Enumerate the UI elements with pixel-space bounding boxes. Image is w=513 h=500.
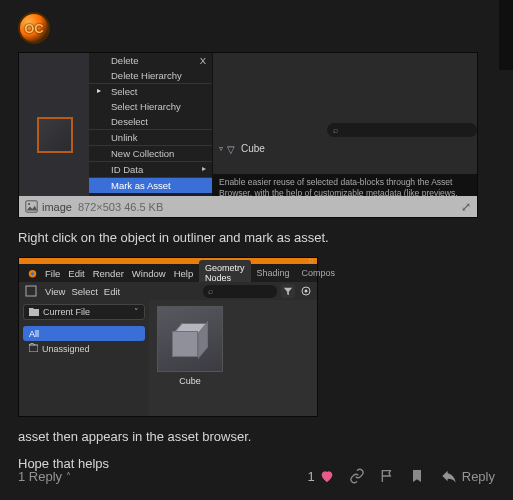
header-select: Select: [71, 286, 97, 297]
menu-render: Render: [93, 268, 124, 279]
category-unassigned: Unassigned: [23, 341, 145, 356]
screenshot-asset-browser[interactable]: File Edit Render Window Help Geometry No…: [18, 257, 318, 417]
post-actions: 1 Reply ˄ 1 Reply: [18, 468, 495, 484]
menu-file: File: [45, 268, 60, 279]
asset-grid: Cube: [149, 300, 317, 416]
asset-toolbar: ⌕: [199, 282, 317, 300]
outliner-region: ⌕ ▿ ▽ Cube Enable easier reuse of select…: [213, 53, 477, 199]
cube-preview-icon: [172, 323, 208, 359]
folder-icon: [29, 307, 39, 318]
menu-select-hierarchy: Select Hierarchy: [89, 99, 212, 114]
editor-type-icon: [25, 285, 39, 297]
workspace-tabs: Geometry Nodes Shading Compos: [199, 264, 317, 282]
svg-point-10: [305, 290, 308, 293]
menu-unlink: Unlink: [89, 130, 212, 146]
selected-cube-icon: [37, 117, 73, 153]
context-menu: Delete Delete Hierarchy Select Select Hi…: [89, 53, 213, 218]
heart-icon: [319, 468, 335, 484]
post-text-2: asset then appears in the asset browser.: [18, 429, 495, 444]
image-icon: [25, 200, 38, 213]
menu-help: Help: [174, 268, 194, 279]
caption-dims: 872×503 46.5 KB: [78, 201, 163, 213]
outliner-search: ⌕: [327, 123, 477, 137]
menu-delete: Delete: [89, 53, 212, 68]
like-count: 1: [308, 469, 315, 484]
category-all: All: [23, 326, 145, 341]
filter-icon: [281, 284, 295, 298]
image-caption-bar: image 872×503 46.5 KB ⤢: [19, 196, 477, 217]
chevron-down-icon: ▿: [219, 144, 223, 153]
like-button[interactable]: 1: [308, 468, 335, 484]
search-icon: ⌕: [333, 125, 338, 135]
mesh-icon: ▽: [227, 144, 237, 154]
reply-arrow-icon: [441, 468, 457, 484]
tab-shading: Shading: [251, 265, 296, 281]
header-edit: Edit: [104, 286, 120, 297]
bookmark-icon: [409, 468, 425, 484]
asset-thumbnail-cube: [157, 306, 223, 372]
tab-compositing: Compos: [296, 265, 342, 281]
menu-id-data: ID Data: [89, 162, 212, 178]
svg-point-1: [28, 203, 30, 205]
flag-button[interactable]: [379, 468, 395, 484]
search-icon: ⌕: [208, 286, 213, 296]
share-link-button[interactable]: [349, 468, 365, 484]
header-view: View: [45, 286, 65, 297]
svg-rect-11: [29, 345, 38, 352]
menu-edit: Edit: [68, 268, 84, 279]
blender-icon: [25, 267, 37, 279]
post-text-1: Right click on the object in outliner an…: [18, 230, 495, 245]
menu-new-collection: New Collection: [89, 146, 212, 162]
outliner-item-cube: ▿ ▽ Cube: [213, 141, 271, 156]
chevron-up-icon: ˄: [66, 471, 71, 482]
asset-search: ⌕: [203, 285, 277, 298]
settings-icon: [299, 284, 313, 298]
reply-label: Reply: [462, 469, 495, 484]
avatar[interactable]: OC: [18, 12, 50, 44]
reply-button[interactable]: Reply: [441, 468, 495, 484]
window-control-icon: [309, 259, 313, 263]
asset-sidebar: Current File All Unassigned: [19, 300, 149, 416]
caption-label: image: [42, 201, 72, 213]
asset-thumbnail-label: Cube: [157, 376, 223, 386]
replies-count-label: 1 Reply: [18, 469, 62, 484]
expand-icon[interactable]: ⤢: [461, 200, 471, 214]
menu-deselect: Deselect: [89, 114, 212, 130]
menu-mark-as-asset: Mark as Asset: [89, 178, 212, 193]
screenshot-context-menu[interactable]: Delete Delete Hierarchy Select Select Hi…: [18, 52, 478, 218]
outliner-item-label: Cube: [241, 143, 265, 154]
flag-icon: [379, 468, 395, 484]
asset-library-label: Current File: [43, 307, 90, 317]
bookmark-button[interactable]: [409, 468, 425, 484]
menu-window: Window: [132, 268, 166, 279]
catalog-icon: [29, 343, 38, 354]
menu-delete-hierarchy: Delete Hierarchy: [89, 68, 212, 84]
viewport-region: [19, 53, 89, 199]
category-unassigned-label: Unassigned: [42, 344, 90, 354]
asset-library-dropdown: Current File: [23, 304, 145, 320]
svg-point-3: [31, 272, 34, 275]
adjacent-post-edge: [499, 0, 513, 70]
svg-rect-4: [26, 286, 36, 296]
link-icon: [349, 468, 365, 484]
menu-select: Select: [89, 84, 212, 99]
replies-toggle[interactable]: 1 Reply ˄: [18, 469, 71, 484]
